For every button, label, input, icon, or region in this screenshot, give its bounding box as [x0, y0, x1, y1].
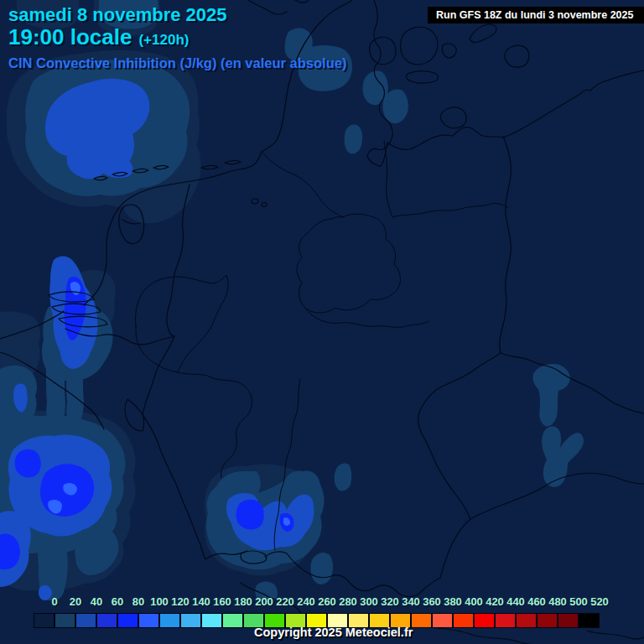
forecast-offset: (+120h) [138, 32, 189, 48]
scale-tick: 260 [318, 595, 336, 608]
scale-tick: 340 [402, 595, 420, 608]
scale-tick: 240 [297, 595, 315, 608]
colorbar-cell [75, 613, 96, 628]
date-title: samedi 8 novembre 2025 [8, 4, 226, 26]
scale-tick: 460 [527, 595, 546, 608]
time-local: 19:00 locale [8, 24, 132, 49]
scale-tick: 220 [276, 595, 294, 608]
cin-patch-bright [15, 449, 41, 478]
colorbar-cell [96, 613, 117, 628]
cin-weather-map [0, 0, 644, 644]
copyright-text: Copyright 2025 Meteociel.fr [254, 626, 413, 639]
weather-map-page: samedi 8 novembre 2025 19:00 locale(+120… [0, 0, 644, 644]
colorbar-cell [201, 613, 222, 628]
colorbar-cell [474, 613, 495, 628]
scale-tick: 140 [192, 595, 210, 608]
scale-tick: 520 [590, 595, 609, 608]
colorbar-cell [411, 613, 432, 628]
scale-ticks: 0204060801001201401601802002202402602803… [0, 595, 644, 609]
colorbar-cell [222, 613, 243, 628]
scale-tick: 280 [339, 595, 357, 608]
scale-tick: 100 [150, 595, 169, 608]
colorbar-cell [558, 613, 579, 628]
scale-tick: 160 [213, 595, 231, 608]
colorbar-cell [453, 613, 474, 628]
scale-tick: 120 [171, 595, 190, 608]
scale-tick: 0 [51, 595, 57, 608]
colorbar-cell [516, 613, 537, 628]
colorbar-cell [495, 613, 516, 628]
scale-tick: 200 [255, 595, 273, 608]
colorbar-cell [432, 613, 453, 628]
scale-tick: 180 [234, 595, 252, 608]
parameter-subtitle: CIN Convective Inhibition (J/kg) (en val… [8, 55, 346, 71]
run-info-text: Run GFS 18Z du lundi 3 novembre 2025 [436, 9, 633, 21]
scale-tick: 400 [465, 595, 483, 608]
colorbar-cell [579, 613, 600, 628]
scale-tick: 480 [548, 595, 567, 608]
scale-tick: 440 [506, 595, 525, 608]
colorbar-cell [159, 613, 180, 628]
scale-tick: 320 [381, 595, 399, 608]
colorbar-cell [117, 613, 138, 628]
cin-patch-bright [236, 500, 264, 530]
colorbar-cell [55, 613, 75, 628]
scale-tick: 60 [112, 595, 123, 608]
colorbar-cell [537, 613, 558, 628]
colorbar-cell [180, 613, 201, 628]
scale-tick: 360 [423, 595, 441, 608]
colorbar-cell [34, 613, 55, 628]
run-info-bar: Run GFS 18Z du lundi 3 novembre 2025 [428, 7, 644, 23]
colorbar-cell [138, 613, 159, 628]
time-title: 19:00 locale(+120h) [8, 24, 189, 50]
scale-tick: 380 [444, 595, 462, 608]
scale-tick: 80 [132, 595, 144, 608]
scale-tick: 20 [70, 595, 81, 608]
scale-tick: 300 [360, 595, 378, 608]
scale-tick: 40 [91, 595, 102, 608]
scale-tick: 420 [486, 595, 504, 608]
scale-tick: 500 [569, 595, 588, 608]
